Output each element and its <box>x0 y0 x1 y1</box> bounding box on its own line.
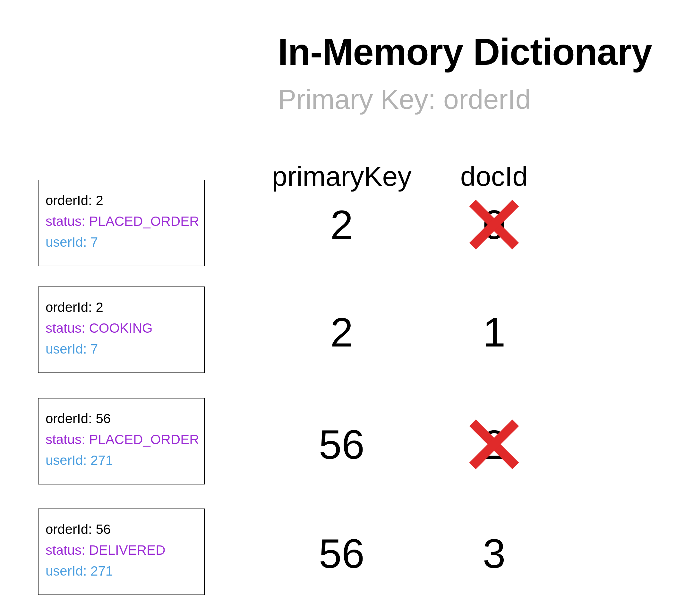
column-header-docid: docId <box>460 160 528 192</box>
document-card: orderId: 2status: PLACED_ORDERuserId: 7 <box>38 180 205 266</box>
document-card: orderId: 56status: DELIVEREDuserId: 271 <box>38 509 205 595</box>
card-field-orderid: orderId: 2 <box>45 190 197 211</box>
cell-docid: 0 <box>482 201 505 248</box>
page-title: In-Memory Dictionary <box>278 31 652 74</box>
card-field-orderid: orderId: 2 <box>45 297 197 318</box>
card-field-userid: userId: 7 <box>45 338 197 359</box>
card-field-orderid: orderId: 56 <box>45 408 197 429</box>
cell-primarykey: 2 <box>330 309 353 356</box>
cell-primarykey: 56 <box>319 421 364 468</box>
card-field-userid: userId: 7 <box>45 232 197 253</box>
cell-docid: 1 <box>482 309 505 356</box>
card-field-orderid: orderId: 56 <box>45 519 197 540</box>
column-header-primarykey: primaryKey <box>272 160 412 192</box>
page-subtitle: Primary Key: orderId <box>278 83 531 115</box>
document-card: orderId: 2status: COOKINGuserId: 7 <box>38 286 205 373</box>
card-field-status: status: PLACED_ORDER <box>45 429 197 450</box>
card-field-userid: userId: 271 <box>45 560 197 581</box>
card-field-userid: userId: 271 <box>45 450 197 471</box>
cell-primarykey: 56 <box>319 530 364 577</box>
card-field-status: status: COOKING <box>45 318 197 338</box>
cell-docid: 3 <box>482 530 505 577</box>
card-field-status: status: PLACED_ORDER <box>45 211 197 232</box>
cell-docid: 2 <box>482 421 505 468</box>
cell-primarykey: 2 <box>330 201 353 248</box>
card-field-status: status: DELIVERED <box>45 540 197 560</box>
document-card: orderId: 56status: PLACED_ORDERuserId: 2… <box>38 398 205 484</box>
